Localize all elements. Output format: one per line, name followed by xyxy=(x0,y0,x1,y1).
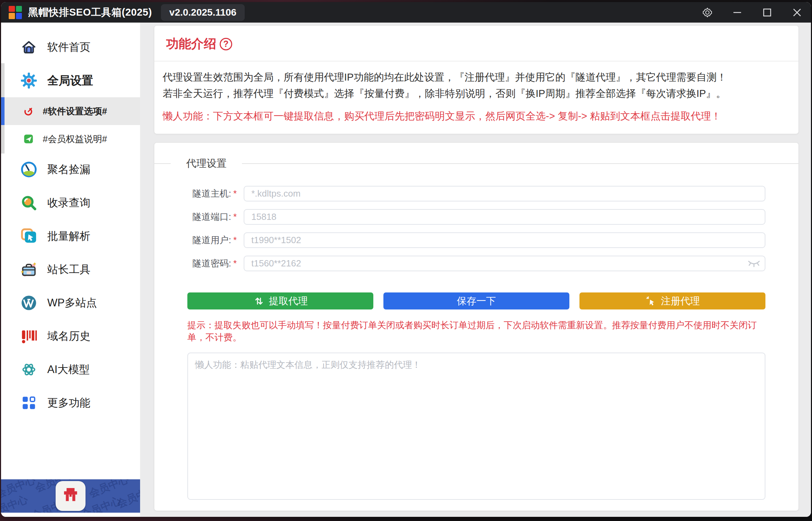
gauge-icon xyxy=(20,161,38,178)
sidebar-item-label: 更多功能 xyxy=(47,396,90,410)
sidebar: 软件首页 全局设置 xyxy=(1,23,140,517)
send-icon xyxy=(23,134,34,144)
tunnel-user-row: 隧道用户: * xyxy=(187,232,765,248)
save-button[interactable]: 保存一下 xyxy=(383,292,569,309)
gear-icon xyxy=(20,72,38,89)
required-mark: * xyxy=(233,235,239,246)
sidebar-item-label: 全局设置 xyxy=(47,73,93,89)
sidebar-item-wp-multisite[interactable]: WP多站点 xyxy=(1,286,140,320)
lazy-feature-note: 懒人功能：下方文本框可一键提取信息，购买代理后先把密码明文显示，然后网页全选->… xyxy=(154,102,798,134)
member-center-icon[interactable] xyxy=(56,481,86,511)
tunnel-password-row: 隧道密码: * xyxy=(187,256,765,271)
intro-text-line: 若非全天运行，推荐代理『付费模式』选择『按量付费』，除非特别说明，否则『换IP周… xyxy=(163,85,790,102)
proxy-settings-legend: 代理设置 xyxy=(154,157,798,171)
tunnel-password-label: 隧道密码: xyxy=(187,257,231,270)
button-label: 保存一下 xyxy=(457,295,496,308)
extract-proxy-button[interactable]: 提取代理 xyxy=(187,292,373,309)
tunnel-host-input[interactable] xyxy=(244,186,765,201)
toolbox-icon xyxy=(20,261,38,278)
tunnel-host-label: 隧道主机: xyxy=(187,188,231,200)
member-center-banner[interactable]: 会员中心 会员中心 会员中心 会员中心 会员中心 会员中心 会员中心 xyxy=(1,479,140,513)
proxy-paste-textarea[interactable] xyxy=(187,353,765,500)
tunnel-host-row: 隧道主机: * xyxy=(187,186,765,201)
sidebar-item-ai-model[interactable]: AI大模型 xyxy=(1,353,140,386)
sidebar-item-label: 站长工具 xyxy=(47,262,90,277)
home-icon xyxy=(20,39,38,56)
minimize-button[interactable] xyxy=(728,5,746,20)
sidebar-item-webmaster-tools[interactable]: 站长工具 xyxy=(1,253,140,286)
sidebar-item-label: 域名历史 xyxy=(47,329,90,344)
sidebar-item-batch-parse[interactable]: 批量解析 xyxy=(1,220,140,253)
tunnel-password-input[interactable] xyxy=(244,256,765,271)
app-title: 黑帽快排SEO工具箱(2025) xyxy=(28,6,152,19)
sidebar-item-index-query[interactable]: 收录查询 xyxy=(1,186,140,220)
sidebar-item-more-features[interactable]: 更多功能 xyxy=(1,386,140,420)
tunnel-port-label: 隧道端口: xyxy=(187,211,231,223)
sidebar-item-label: #软件设置选项# xyxy=(43,105,107,117)
main-content: 功能介绍 ? 代理设置生效范围为全局，所有使用代理IP功能的均在此处设置，『注册… xyxy=(140,23,811,517)
button-label: 注册代理 xyxy=(661,295,700,308)
click-cursor-icon xyxy=(645,295,657,307)
button-label: 提取代理 xyxy=(269,295,308,308)
wordpress-icon xyxy=(20,294,38,312)
sidebar-item-global-settings[interactable]: 全局设置 xyxy=(1,64,140,97)
target-icon xyxy=(23,106,34,116)
sidebar-item-label: AI大模型 xyxy=(47,362,90,377)
intro-text-line: 代理设置生效范围为全局，所有使用代理IP功能的均在此处设置，『注册代理』并使用它… xyxy=(163,69,790,85)
search-icon xyxy=(20,194,38,212)
sidebar-item-home[interactable]: 软件首页 xyxy=(1,31,140,64)
titlebar: 黑帽快排SEO工具箱(2025) v2.0.2025.1106 xyxy=(1,2,811,23)
legend-label: 代理设置 xyxy=(186,157,227,171)
sidebar-item-label: WP多站点 xyxy=(47,296,97,310)
required-mark: * xyxy=(233,188,239,199)
app-logo-icon xyxy=(9,6,22,19)
register-proxy-button[interactable]: 注册代理 xyxy=(579,292,765,309)
sidebar-item-label: 软件首页 xyxy=(47,40,90,55)
app-window: 黑帽快排SEO工具箱(2025) v2.0.2025.1106 xyxy=(1,2,811,517)
tunnel-user-input[interactable] xyxy=(244,232,765,248)
required-mark: * xyxy=(233,212,239,222)
menu-group-rail xyxy=(1,63,5,154)
close-button[interactable] xyxy=(788,5,806,20)
help-icon[interactable]: ? xyxy=(220,38,232,50)
proxy-settings-card: 代理设置 隧道主机: * 隧道端口: * 隧道用户: xyxy=(154,142,799,511)
sidebar-item-domain-history[interactable]: 域名历史 xyxy=(1,320,140,353)
ai-flower-icon xyxy=(20,361,38,378)
required-mark: * xyxy=(233,258,239,269)
tunnel-port-row: 隧道端口: * xyxy=(187,209,765,225)
sidebar-item-software-options[interactable]: #软件设置选项# xyxy=(1,97,140,125)
cursor-square-icon xyxy=(20,228,38,245)
sidebar-item-juming-bargain[interactable]: 聚名捡漏 xyxy=(1,153,140,186)
sidebar-item-label: 聚名捡漏 xyxy=(47,162,90,177)
tunnel-user-label: 隧道用户: xyxy=(187,234,231,246)
maximize-button[interactable] xyxy=(758,5,776,20)
eye-closed-icon[interactable] xyxy=(747,259,761,268)
barcode-icon xyxy=(20,328,38,345)
active-item-indicator xyxy=(1,97,5,125)
settings-gear-icon[interactable] xyxy=(698,5,716,20)
version-badge: v2.0.2025.1106 xyxy=(161,4,245,21)
tip-text: 提示：提取失败也可以手动填写！按量付费订单关闭或者购买时长订单过期后，下次启动软… xyxy=(187,319,765,344)
tunnel-port-input[interactable] xyxy=(244,209,765,225)
grid-icon xyxy=(20,394,38,412)
page-title: 功能介绍 xyxy=(166,35,216,52)
sidebar-item-member-benefits[interactable]: #会员权益说明# xyxy=(1,125,140,153)
intro-card: 功能介绍 ? 代理设置生效范围为全局，所有使用代理IP功能的均在此处设置，『注册… xyxy=(154,25,799,134)
sidebar-item-label: #会员权益说明# xyxy=(43,133,107,145)
sidebar-item-label: 收录查询 xyxy=(47,196,90,210)
desktop-background: 黑帽快排SEO工具箱(2025) v2.0.2025.1106 xyxy=(0,0,812,521)
sidebar-item-label: 批量解析 xyxy=(47,229,90,243)
up-down-arrows-icon xyxy=(253,295,265,307)
